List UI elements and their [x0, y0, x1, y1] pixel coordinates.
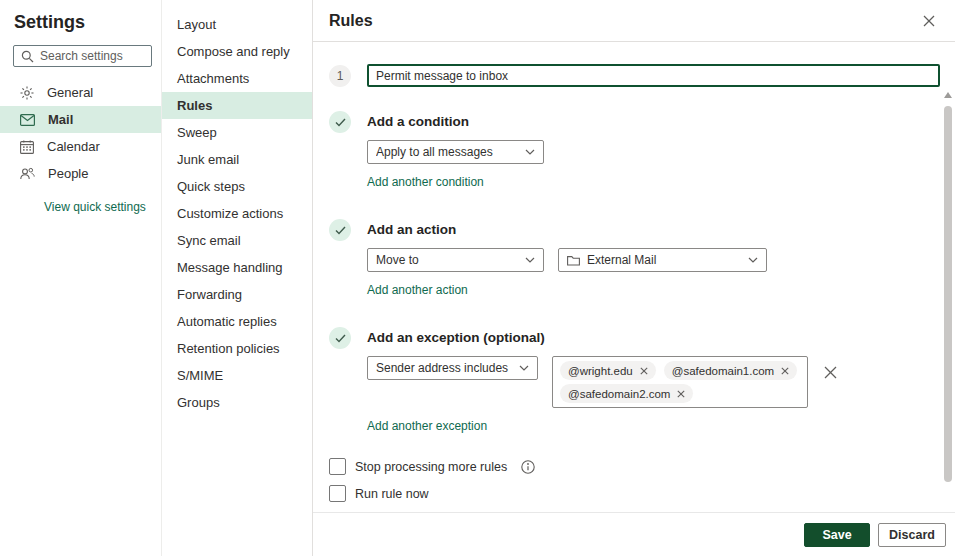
info-icon[interactable]	[521, 460, 535, 474]
condition-section: Add a condition Apply to all messages Ad…	[329, 111, 955, 189]
nav-item-compose-and-reply[interactable]: Compose and reply	[162, 38, 312, 65]
search-icon	[21, 50, 34, 63]
gear-icon	[20, 86, 34, 100]
rules-panel: Rules 1 Add a condition Apply to	[313, 0, 955, 556]
add-another-action-link[interactable]: Add another action	[367, 283, 468, 297]
condition-heading: Add a condition	[367, 111, 544, 129]
search-settings-box[interactable]	[13, 45, 152, 67]
action-dropdown-value: Move to	[376, 253, 517, 267]
exception-dropdown-value: Sender address includes	[376, 361, 511, 375]
view-quick-settings-link[interactable]: View quick settings	[44, 200, 146, 214]
sidebar-item-label: General	[47, 85, 93, 100]
stop-processing-checkbox[interactable]	[329, 458, 346, 475]
vertical-scrollbar[interactable]	[943, 90, 953, 512]
remove-tag-icon[interactable]	[640, 367, 648, 375]
discard-button[interactable]: Discard	[878, 523, 946, 547]
chevron-down-icon	[748, 257, 758, 263]
exception-dropdown[interactable]: Sender address includes	[367, 356, 538, 380]
scrollbar-thumb[interactable]	[944, 106, 952, 482]
sidebar-item-label: People	[48, 166, 88, 181]
action-target-folder-dropdown[interactable]: External Mail	[558, 248, 767, 272]
settings-title: Settings	[14, 12, 161, 33]
save-button[interactable]: Save	[804, 523, 870, 547]
condition-dropdown[interactable]: Apply to all messages	[367, 140, 544, 164]
settings-dialog: Settings General Mail Calendar	[0, 0, 955, 556]
nav-item-groups[interactable]: Groups	[162, 389, 312, 416]
check-circle-icon	[329, 219, 351, 241]
stop-processing-row: Stop processing more rules	[329, 458, 955, 475]
rule-number-badge: 1	[329, 65, 351, 87]
remove-tag-icon[interactable]	[677, 390, 685, 398]
action-target-value: External Mail	[587, 253, 733, 267]
mail-settings-nav: Layout Compose and reply Attachments Rul…	[162, 0, 313, 556]
rules-panel-header: Rules	[313, 0, 955, 42]
sidebar-item-people[interactable]: People	[0, 160, 161, 187]
nav-item-quick-steps[interactable]: Quick steps	[162, 173, 312, 200]
rule-name-input[interactable]	[367, 64, 940, 87]
run-rule-now-label: Run rule now	[355, 487, 429, 501]
nav-item-attachments[interactable]: Attachments	[162, 65, 312, 92]
chevron-down-icon	[519, 365, 529, 371]
add-another-exception-link[interactable]: Add another exception	[367, 419, 487, 433]
add-another-condition-link[interactable]: Add another condition	[367, 175, 484, 189]
chevron-down-icon	[525, 257, 535, 263]
close-button[interactable]	[917, 9, 941, 33]
domain-tag-label: @safedomain2.com	[568, 388, 670, 400]
nav-item-layout[interactable]: Layout	[162, 11, 312, 38]
action-section: Add an action Move to Extern	[329, 219, 955, 297]
mail-icon	[20, 114, 35, 126]
exception-values-input[interactable]: @wright.edu @safedomain1.com	[552, 356, 808, 408]
nav-item-sync-email[interactable]: Sync email	[162, 227, 312, 254]
action-heading: Add an action	[367, 219, 767, 237]
nav-item-automatic-replies[interactable]: Automatic replies	[162, 308, 312, 335]
nav-item-message-handling[interactable]: Message handling	[162, 254, 312, 281]
remove-exception-icon[interactable]	[822, 364, 838, 380]
nav-item-rules[interactable]: Rules	[162, 92, 312, 119]
run-rule-now-row: Run rule now	[329, 485, 955, 502]
rule-name-row: 1	[329, 64, 955, 87]
exception-heading: Add an exception (optional)	[367, 327, 838, 345]
search-settings-input[interactable]	[40, 49, 144, 63]
nav-item-customize-actions[interactable]: Customize actions	[162, 200, 312, 227]
exception-section: Add an exception (optional) Sender addre…	[329, 327, 955, 433]
rule-options: Stop processing more rules Run rule now	[329, 458, 955, 502]
sidebar-item-general[interactable]: General	[0, 79, 161, 106]
domain-tag-label: @safedomain1.com	[672, 365, 774, 377]
nav-item-retention-policies[interactable]: Retention policies	[162, 335, 312, 362]
scroll-up-arrow-icon[interactable]	[944, 92, 952, 98]
stop-processing-label: Stop processing more rules	[355, 460, 507, 474]
sidebar-item-calendar[interactable]: Calendar	[0, 133, 161, 160]
domain-tag: @safedomain2.com	[560, 384, 693, 403]
action-dropdown[interactable]: Move to	[367, 248, 544, 272]
folder-icon	[567, 255, 580, 266]
domain-tag: @wright.edu	[560, 361, 656, 380]
sidebar-item-mail[interactable]: Mail	[0, 106, 161, 133]
people-icon	[20, 167, 35, 180]
nav-item-forwarding[interactable]: Forwarding	[162, 281, 312, 308]
check-circle-icon	[329, 111, 351, 133]
check-circle-icon	[329, 327, 351, 349]
condition-dropdown-value: Apply to all messages	[376, 145, 517, 159]
sidebar-item-label: Calendar	[47, 139, 100, 154]
nav-item-junk-email[interactable]: Junk email	[162, 146, 312, 173]
rule-editor: 1 Add a condition Apply to all messages	[313, 42, 955, 512]
domain-tag-label: @wright.edu	[568, 365, 633, 377]
calendar-icon	[20, 140, 34, 154]
run-rule-now-checkbox[interactable]	[329, 485, 346, 502]
dialog-footer: Save Discard	[313, 512, 955, 556]
settings-sidebar: Settings General Mail Calendar	[0, 0, 162, 556]
nav-item-smime[interactable]: S/MIME	[162, 362, 312, 389]
page-title: Rules	[329, 12, 373, 30]
remove-tag-icon[interactable]	[781, 367, 789, 375]
chevron-down-icon	[525, 149, 535, 155]
sidebar-item-label: Mail	[48, 112, 73, 127]
nav-item-sweep[interactable]: Sweep	[162, 119, 312, 146]
domain-tag: @safedomain1.com	[664, 361, 797, 380]
